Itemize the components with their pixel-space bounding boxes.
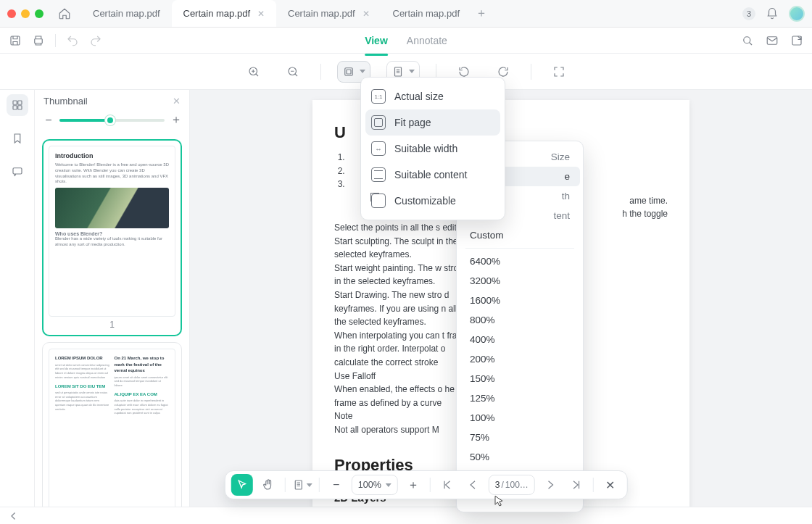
save-icon[interactable] <box>9 34 22 47</box>
zoom-out-button[interactable] <box>281 60 304 83</box>
zoom-level-6400[interactable]: 6400% <box>460 251 580 271</box>
fit-content-icon <box>371 167 386 182</box>
zoom-level-50[interactable]: 50% <box>460 447 580 467</box>
svg-rect-4 <box>792 36 801 45</box>
mode-view[interactable]: View <box>365 32 388 49</box>
maximize-window[interactable] <box>35 9 44 18</box>
svg-rect-15 <box>295 481 302 489</box>
zoom-out[interactable]: − <box>326 474 347 496</box>
titlebar: Certain map.pdf Certain map.pdf✕ Certain… <box>0 0 812 28</box>
zoom-level-125[interactable]: 125% <box>460 388 580 408</box>
zoom-level-200[interactable]: 200% <box>460 349 580 369</box>
panel-title: Thumbnail <box>44 96 88 107</box>
tab-2[interactable]: Certain map.pdf✕ <box>172 0 277 27</box>
page-indicator[interactable]: 3/ 100… <box>489 475 535 495</box>
svg-rect-9 <box>394 67 401 76</box>
thumb-size-slider[interactable]: − ＋ <box>35 109 189 135</box>
undo-icon[interactable] <box>66 34 79 47</box>
rail-bookmarks[interactable] <box>7 128 28 149</box>
left-rail <box>0 90 35 507</box>
share-icon[interactable] <box>790 34 803 47</box>
fit-menu-custom[interactable]: Customizable <box>361 188 505 214</box>
bottom-toolbar: − 100% ＋ 3/ 100… ✕ <box>225 470 628 499</box>
svg-rect-11 <box>17 101 21 104</box>
svg-rect-3 <box>767 36 777 44</box>
close-window[interactable] <box>7 9 16 18</box>
zoom-in[interactable]: ＋ <box>402 474 424 496</box>
fit-menu-width[interactable]: Suitable width <box>361 136 505 162</box>
tab-1[interactable]: Certain map.pdf <box>81 0 172 27</box>
first-page[interactable] <box>436 474 458 496</box>
thumbnail-page-1[interactable]: Introduction Welcome to Blender! Blender… <box>42 139 182 336</box>
mail-icon[interactable] <box>766 34 779 47</box>
minus-icon[interactable]: − <box>44 114 54 127</box>
fit-menu-actual[interactable]: Actual size <box>361 83 505 109</box>
svg-rect-14 <box>13 168 22 174</box>
zoom-menu-custom[interactable]: Custom <box>460 225 580 245</box>
next-page[interactable] <box>539 474 561 496</box>
zoom-value-dropdown[interactable]: 100% <box>352 475 398 495</box>
tab-3[interactable]: Certain map.pdf✕ <box>276 0 381 27</box>
svg-rect-12 <box>13 106 17 109</box>
minimize-window[interactable] <box>21 9 30 18</box>
thumbnail-panel: Thumbnail ✕ − ＋ Introduction Welcome to … <box>35 90 190 507</box>
add-tab-button[interactable]: ＋ <box>471 0 492 27</box>
zoom-in-button[interactable] <box>242 60 265 83</box>
svg-rect-10 <box>13 101 17 104</box>
tab-4[interactable]: Certain map.pdf <box>381 0 472 27</box>
zoom-level-100[interactable]: 100% <box>460 408 580 428</box>
slider-track[interactable] <box>59 119 165 122</box>
mode-annotate[interactable]: Annotate <box>407 32 447 49</box>
svg-rect-13 <box>17 106 21 109</box>
search-icon[interactable] <box>741 34 754 47</box>
zoom-level-800[interactable]: 800% <box>460 310 580 330</box>
rail-thumbnails[interactable] <box>7 94 28 116</box>
last-page[interactable] <box>566 474 587 496</box>
fit-menu-fit[interactable]: Fit page <box>365 109 500 136</box>
notification-count[interactable]: 3 <box>742 7 755 20</box>
chevron-down-icon <box>409 70 415 73</box>
prev-page[interactable] <box>463 474 484 496</box>
plus-icon[interactable]: ＋ <box>170 112 181 128</box>
bell-icon[interactable] <box>766 7 779 20</box>
thumbnail-page-2[interactable]: LOREM IPSUM DOLORamet sit dolor amet con… <box>42 342 182 507</box>
close-panel-icon[interactable]: ✕ <box>173 96 181 107</box>
svg-point-2 <box>744 36 750 43</box>
slider-knob[interactable] <box>105 115 115 125</box>
rail-comments[interactable] <box>7 161 28 183</box>
fit-menu-content[interactable]: Suitable content <box>361 162 505 188</box>
cursor-icon <box>492 494 506 509</box>
avatar[interactable] <box>789 6 805 22</box>
actual-size-icon <box>371 89 386 104</box>
svg-rect-0 <box>11 36 20 45</box>
select-tool[interactable] <box>231 474 253 496</box>
chevron-down-icon <box>360 70 365 73</box>
svg-rect-1 <box>35 38 43 43</box>
custom-size-icon <box>371 194 386 208</box>
zoom-level-400[interactable]: 400% <box>460 330 580 349</box>
chevron-left-icon[interactable] <box>7 510 20 523</box>
zoom-level-1600[interactable]: 1600% <box>460 291 580 310</box>
mode-switch: View Annotate <box>365 32 447 49</box>
zoom-level-75[interactable]: 75% <box>460 428 580 447</box>
svg-rect-7 <box>344 67 352 75</box>
print-icon[interactable] <box>32 34 45 47</box>
redo-icon[interactable] <box>89 34 102 47</box>
status-bar <box>0 507 812 524</box>
zoom-level-3200[interactable]: 3200% <box>460 271 580 291</box>
fit-page-icon <box>371 115 386 130</box>
fullscreen-button[interactable] <box>547 60 571 83</box>
close-tab-icon[interactable]: ✕ <box>257 9 265 19</box>
zoom-level-150[interactable]: 150% <box>460 369 580 388</box>
toolbar: View Annotate <box>0 28 812 54</box>
window-controls <box>7 9 44 18</box>
svg-rect-8 <box>347 70 351 74</box>
close-toolbar[interactable]: ✕ <box>600 474 621 496</box>
fit-menu: Actual size Fit page Suitable width Suit… <box>360 77 505 220</box>
close-tab-icon[interactable]: ✕ <box>362 9 370 19</box>
chevron-down-icon <box>386 483 392 487</box>
layout-dropdown[interactable] <box>291 474 313 496</box>
hand-tool[interactable] <box>257 474 279 496</box>
fit-width-icon <box>371 141 386 156</box>
home-button[interactable] <box>55 4 74 23</box>
